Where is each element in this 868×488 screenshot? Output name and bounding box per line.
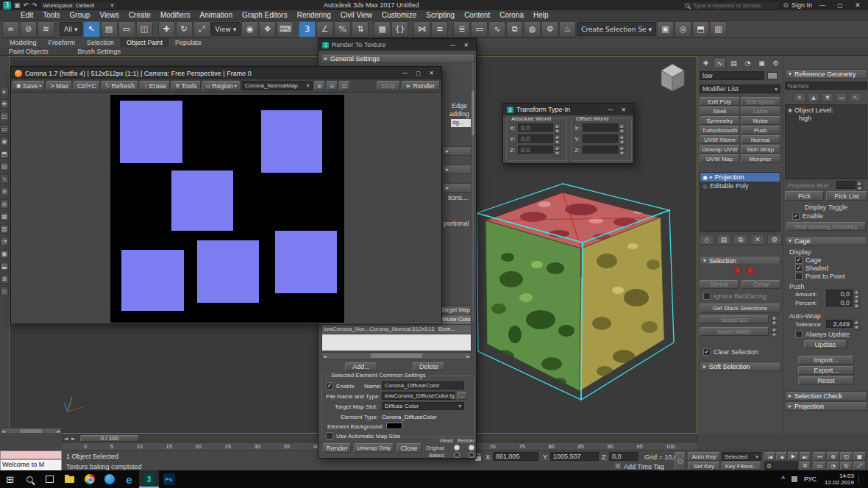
edit-poly-button[interactable]: Edit Poly bbox=[700, 97, 740, 106]
amount-field[interactable]: 0,0 bbox=[826, 290, 853, 298]
tray-app-icon[interactable] bbox=[791, 476, 797, 482]
unwrap-uvw-button[interactable]: Unwrap UVW bbox=[700, 145, 740, 154]
zoom-all-button[interactable]: ◱ bbox=[840, 452, 853, 461]
menu-item[interactable]: Group bbox=[70, 11, 90, 19]
select-and-link-button[interactable]: ∞ bbox=[2, 21, 19, 37]
skin-wrap-button[interactable]: Skin Wrap bbox=[741, 145, 781, 154]
menu-item[interactable]: Help bbox=[533, 11, 549, 19]
reference-list-row[interactable]: ◉ Object Level: bbox=[786, 105, 867, 114]
stack-toolbar-icon[interactable]: ◇ bbox=[700, 234, 714, 245]
noise-button[interactable]: Noise bbox=[741, 116, 781, 125]
element-enable-checkbox[interactable]: Enable bbox=[326, 382, 355, 390]
reference-tool-icon[interactable]: ▼ bbox=[822, 93, 833, 102]
tti-minimize-button[interactable]: — bbox=[604, 105, 616, 114]
start-button[interactable]: ⊞ bbox=[0, 470, 20, 488]
grow-button[interactable]: Grow bbox=[741, 280, 780, 289]
rtt-close-button[interactable]: ✕ bbox=[460, 40, 472, 49]
normal-button[interactable]: Normal bbox=[741, 135, 781, 144]
stack-item-projection[interactable]: ◉ ▸ Projection bbox=[700, 173, 780, 182]
face-selection-icon[interactable] bbox=[747, 268, 754, 274]
abs-x-spinner[interactable] bbox=[554, 123, 561, 134]
morpher-button[interactable]: Morpher bbox=[741, 154, 781, 163]
proportion-mult-spinner[interactable] bbox=[856, 181, 863, 191]
search-input[interactable] bbox=[691, 1, 775, 10]
rendered-frame-window-button[interactable]: ▣ bbox=[657, 21, 674, 37]
cage-checkbox[interactable]: Cage bbox=[795, 256, 822, 264]
tti-titlebar[interactable]: 3 Transform Type-In — ✕ bbox=[503, 104, 633, 115]
select-sg-button[interactable]: Select SG bbox=[700, 315, 769, 324]
original-views-radio[interactable] bbox=[454, 445, 460, 451]
left-toolbar-icon[interactable]: ◍ bbox=[0, 199, 9, 209]
render-setup-button[interactable]: ⚙ bbox=[541, 21, 558, 37]
stack-toolbar-icon[interactable]: ⚙ bbox=[767, 234, 782, 245]
left-toolbar-icon[interactable]: ◇ bbox=[0, 287, 9, 296]
scroll-left-icon[interactable]: ◄ bbox=[1, 428, 5, 434]
menu-item[interactable]: Tools bbox=[43, 11, 60, 19]
vfb-canvas[interactable] bbox=[11, 93, 441, 323]
tab-modeling[interactable]: Modeling bbox=[4, 38, 42, 47]
menu-item[interactable]: Modifiers bbox=[160, 11, 191, 19]
soft-selection-rollout[interactable]: Soft Selection bbox=[700, 362, 780, 371]
tab-selection[interactable]: Selection bbox=[82, 38, 119, 47]
tti-close-button[interactable]: ✕ bbox=[617, 105, 630, 114]
object-name-field[interactable]: low bbox=[700, 71, 764, 80]
minimize-button[interactable]: — bbox=[815, 1, 830, 9]
abs-y-field[interactable]: 0,0 bbox=[518, 134, 553, 143]
select-matid-spinner[interactable] bbox=[771, 327, 778, 337]
go-to-start-button[interactable]: |◀ bbox=[764, 452, 775, 461]
tolerance-field[interactable]: 2,449 bbox=[826, 320, 853, 328]
play-button[interactable]: ▶ bbox=[788, 452, 799, 461]
point-to-point-checkbox[interactable]: Point to Point bbox=[795, 273, 845, 280]
save-icon[interactable]: ▣ bbox=[14, 1, 21, 9]
select-object-button[interactable]: ↖ bbox=[83, 21, 100, 37]
vfb-tools-button[interactable]: ⚙ Tools bbox=[171, 81, 200, 90]
utilities-tab[interactable]: ⚙ bbox=[769, 57, 782, 68]
curve-editor-button[interactable]: ∿ bbox=[488, 21, 505, 37]
material-editor-button[interactable]: ◍ bbox=[524, 21, 541, 37]
zoom-in-icon[interactable]: ⊕ bbox=[314, 81, 325, 90]
reference-tool-icon[interactable]: ▭ bbox=[836, 93, 847, 102]
ignore-backfacing-checkbox[interactable]: Ignore Backfacing bbox=[703, 293, 766, 300]
off-y-field[interactable] bbox=[583, 134, 618, 143]
delete-element-button[interactable]: Delete bbox=[413, 362, 445, 371]
snaps-toggle-button[interactable]: 3 bbox=[299, 21, 316, 37]
percent-field[interactable]: 0,0 bbox=[826, 298, 853, 306]
orbit-button[interactable]: ↻ bbox=[840, 462, 853, 470]
selection-rollout[interactable]: Selection bbox=[700, 256, 780, 265]
zoom-out-icon[interactable]: ⊖ bbox=[327, 81, 338, 90]
vfb-erase-button[interactable]: ✕ Erase bbox=[140, 81, 170, 90]
ribbon-toggle-button[interactable]: ▭ bbox=[471, 21, 488, 37]
toolbar-icon[interactable] bbox=[449, 22, 452, 37]
scroll-thumb[interactable] bbox=[472, 91, 474, 135]
left-toolbar-icon[interactable]: ⊕ bbox=[0, 187, 9, 196]
current-frame-field[interactable]: 0 bbox=[764, 462, 798, 470]
pick-button[interactable]: Pick bbox=[785, 191, 824, 201]
reference-coordinate-dropdown[interactable]: View ▾ bbox=[211, 22, 241, 36]
menu-item[interactable]: Rendering bbox=[297, 11, 331, 19]
window-crossing-button[interactable]: ◫ bbox=[136, 21, 153, 37]
skype-button[interactable] bbox=[99, 470, 119, 488]
macro-recorder-pane[interactable] bbox=[0, 451, 62, 459]
vertex-selection-icon[interactable] bbox=[734, 268, 741, 274]
hide-working-geometry-button[interactable]: Hide Working Geometry bbox=[786, 222, 866, 231]
scroll-thumb[interactable] bbox=[20, 429, 42, 433]
left-toolbar-icon[interactable]: ∿ bbox=[0, 174, 9, 184]
ribbon-panel-brush-settings[interactable]: Brush Settings bbox=[78, 48, 121, 55]
unlink-selection-button[interactable]: ⊘ bbox=[20, 21, 37, 37]
select-matid-button[interactable]: Select MatID bbox=[700, 327, 769, 336]
proportion-mult-field[interactable] bbox=[836, 181, 855, 189]
select-and-move-button[interactable]: ✚ bbox=[158, 21, 175, 37]
vfb-minimize-button[interactable]: — bbox=[399, 69, 411, 78]
ribbon-panel-paint-objects[interactable]: Paint Objects bbox=[9, 48, 49, 55]
hidden-rollout[interactable] bbox=[442, 165, 474, 174]
object-color-swatch[interactable] bbox=[767, 72, 778, 79]
chrome-button[interactable] bbox=[79, 470, 99, 488]
abs-x-field[interactable]: 0,0 bbox=[518, 123, 553, 132]
expand-icon[interactable]: ▸ bbox=[710, 174, 713, 180]
hidden-rollout[interactable] bbox=[442, 146, 474, 156]
sign-in-button[interactable]: Sign In bbox=[791, 1, 812, 9]
menu-item[interactable]: Animation bbox=[199, 11, 232, 19]
select-and-rotate-button[interactable]: ↻ bbox=[176, 21, 193, 37]
reset-button[interactable]: Reset bbox=[798, 376, 854, 385]
vfb-to-max-button[interactable]: > Max bbox=[46, 81, 72, 90]
